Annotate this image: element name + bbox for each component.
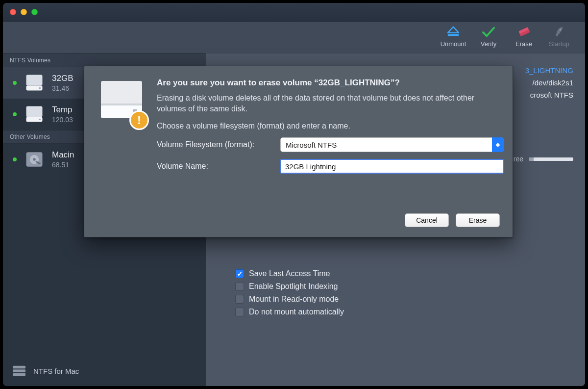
option-save-last-access[interactable]: Save Last Access Time bbox=[235, 269, 344, 278]
filesystem-label: Volume Filesystem (format): bbox=[157, 140, 280, 149]
erase-confirm-button[interactable]: Erase bbox=[456, 213, 500, 227]
dialog-form: Volume Filesystem (format): Microsoft NT… bbox=[157, 137, 504, 174]
option-readonly[interactable]: Mount in Read-only mode bbox=[235, 295, 344, 304]
zoom-window-icon[interactable] bbox=[31, 9, 38, 15]
erase-button[interactable]: Erase bbox=[508, 26, 540, 48]
sidebar-section-header: NTFS Volumes bbox=[3, 53, 206, 67]
detail-mountpoint: 3_LIGHTNING bbox=[525, 66, 573, 75]
dropdown-caret-icon bbox=[492, 137, 504, 152]
rocket-icon bbox=[552, 26, 566, 38]
volume-name: Temp bbox=[52, 105, 73, 115]
svg-point-3 bbox=[560, 29, 562, 31]
toolbar: Unmount Verify Erase bbox=[3, 22, 585, 53]
option-label: Mount in Read-only mode bbox=[249, 295, 339, 304]
mount-options: Save Last Access Time Enable Spotlight I… bbox=[235, 269, 344, 316]
drive-stack-icon bbox=[12, 364, 26, 377]
titlebar bbox=[3, 3, 585, 22]
check-icon bbox=[481, 26, 496, 38]
svg-rect-6 bbox=[39, 87, 41, 89]
status-dot-icon bbox=[13, 112, 17, 116]
dialog-paragraph: Choose a volume filesystem (format) and … bbox=[157, 121, 490, 131]
toolbar-label: Unmount bbox=[441, 40, 466, 48]
status-dot-icon bbox=[13, 157, 17, 161]
minimize-window-icon[interactable] bbox=[21, 9, 27, 15]
external-disk-icon bbox=[24, 72, 45, 94]
dialog-icon: ! bbox=[97, 78, 146, 127]
button-label: Erase bbox=[469, 216, 487, 224]
volume-name: 32GB bbox=[52, 74, 73, 83]
app-window: Unmount Verify Erase bbox=[3, 3, 585, 386]
startup-button: Startup bbox=[543, 26, 575, 48]
erase-dialog: ! Are you sure you want to erase volume … bbox=[84, 66, 513, 237]
detail-device: /dev/disk2s1 bbox=[533, 78, 573, 87]
dialog-text: Are you sure you want to erase volume “3… bbox=[157, 78, 504, 174]
verify-button[interactable]: Verify bbox=[472, 26, 505, 48]
svg-rect-9 bbox=[39, 119, 41, 120]
volume-subtext: 120.03 bbox=[52, 116, 73, 124]
svg-rect-7 bbox=[26, 106, 43, 117]
volume-subtext: 68.51 bbox=[52, 161, 74, 169]
option-label: Enable Spotlight Indexing bbox=[249, 282, 338, 291]
dialog-buttons: Cancel Erase bbox=[97, 213, 500, 227]
dialog-paragraph: Erasing a disk volume deletes all of the… bbox=[157, 93, 490, 115]
svg-rect-4 bbox=[26, 75, 43, 86]
svg-rect-14 bbox=[13, 366, 25, 369]
eraser-icon bbox=[516, 26, 531, 38]
filesystem-value: Microsoft NTFS bbox=[280, 137, 504, 152]
volume-name-label: Volume Name: bbox=[157, 162, 280, 171]
cancel-button[interactable]: Cancel bbox=[405, 213, 449, 227]
option-spotlight[interactable]: Enable Spotlight Indexing bbox=[235, 282, 344, 291]
volume-name-input[interactable] bbox=[280, 159, 504, 174]
option-label: Do not mount automatically bbox=[249, 308, 344, 316]
space-bar bbox=[529, 157, 573, 161]
status-dot-icon bbox=[13, 81, 17, 85]
checkbox-icon[interactable] bbox=[235, 295, 244, 304]
external-disk-icon bbox=[24, 104, 45, 125]
close-window-icon[interactable] bbox=[10, 9, 16, 15]
sidebar-footer: NTFS for Mac bbox=[3, 358, 206, 386]
checkbox-icon[interactable] bbox=[235, 282, 244, 291]
dialog-title: Are you sure you want to erase volume “3… bbox=[157, 78, 504, 88]
volume-name: Macin bbox=[52, 150, 74, 160]
svg-rect-16 bbox=[13, 373, 25, 376]
svg-point-12 bbox=[33, 158, 36, 161]
option-noauto[interactable]: Do not mount automatically bbox=[235, 308, 344, 316]
volume-subtext: 31.46 bbox=[52, 84, 73, 92]
traffic-lights bbox=[10, 9, 38, 15]
svg-rect-0 bbox=[448, 34, 459, 36]
filesystem-select[interactable]: Microsoft NTFS bbox=[280, 137, 504, 152]
internal-disk-icon bbox=[24, 149, 45, 170]
svg-rect-19 bbox=[101, 104, 142, 105]
toolbar-label: Startup bbox=[549, 40, 569, 48]
sidebar-footer-label: NTFS for Mac bbox=[33, 367, 79, 375]
checkbox-icon[interactable] bbox=[235, 269, 244, 278]
eject-icon bbox=[446, 26, 461, 38]
volume-details: 3_LIGHTNING /dev/disk2s1 crosoft NTFS bbox=[525, 64, 573, 101]
button-label: Cancel bbox=[416, 216, 438, 224]
toolbar-label: Verify bbox=[481, 40, 497, 48]
checkbox-icon[interactable] bbox=[235, 308, 244, 316]
svg-rect-17 bbox=[101, 81, 142, 105]
option-label: Save Last Access Time bbox=[249, 269, 330, 278]
warning-badge-icon: ! bbox=[129, 110, 149, 130]
unmount-button[interactable]: Unmount bbox=[437, 26, 469, 48]
detail-filesystem: crosoft NTFS bbox=[530, 91, 573, 99]
toolbar-label: Erase bbox=[515, 40, 532, 48]
svg-rect-15 bbox=[13, 369, 25, 372]
